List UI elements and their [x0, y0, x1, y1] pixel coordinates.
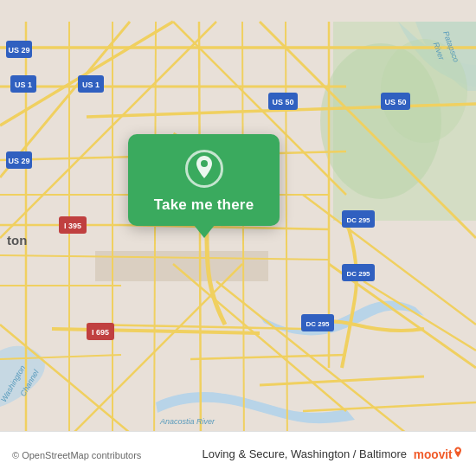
map-background: US 1 US 1 US 50 US 50 US 29 US 29 I 395 … — [0, 0, 476, 476]
svg-text:US 50: US 50 — [272, 98, 293, 106]
svg-text:moovit: moovit — [414, 448, 453, 461]
take-me-there-button[interactable]: Take me there — [154, 196, 254, 214]
svg-point-69 — [201, 160, 208, 167]
svg-text:DC 295: DC 295 — [346, 270, 370, 278]
svg-text:US 1: US 1 — [15, 80, 32, 89]
moovit-logo: moovit — [412, 442, 464, 466]
map-container: US 1 US 1 US 50 US 50 US 29 US 29 I 395 … — [0, 0, 476, 476]
svg-text:I 695: I 695 — [92, 328, 109, 337]
svg-text:Anacostia River: Anacostia River — [159, 417, 215, 426]
svg-text:US 50: US 50 — [384, 98, 406, 106]
svg-text:DC 295: DC 295 — [346, 216, 370, 224]
svg-rect-4 — [95, 251, 268, 281]
branding-area: Loving & Secure, Washington / Baltimore … — [202, 442, 464, 466]
svg-text:US 29: US 29 — [8, 46, 29, 55]
bottom-bar: © OpenStreetMap contributors Loving & Se… — [0, 431, 476, 476]
attribution-text: © OpenStreetMap contributors — [12, 447, 141, 462]
svg-text:ton: ton — [7, 233, 27, 248]
svg-text:DC 295: DC 295 — [306, 320, 330, 328]
svg-text:US 1: US 1 — [82, 80, 100, 89]
openstreetmap-attribution: © OpenStreetMap contributors — [12, 450, 141, 460]
popup-card: Take me there — [128, 134, 280, 226]
location-pin-icon — [193, 156, 215, 182]
location-icon-container — [185, 150, 223, 188]
svg-text:I 395: I 395 — [64, 222, 81, 230]
svg-text:US 29: US 29 — [8, 157, 29, 165]
svg-point-71 — [456, 448, 459, 451]
app-name-label: Loving & Secure, Washington / Baltimore — [202, 447, 407, 460]
